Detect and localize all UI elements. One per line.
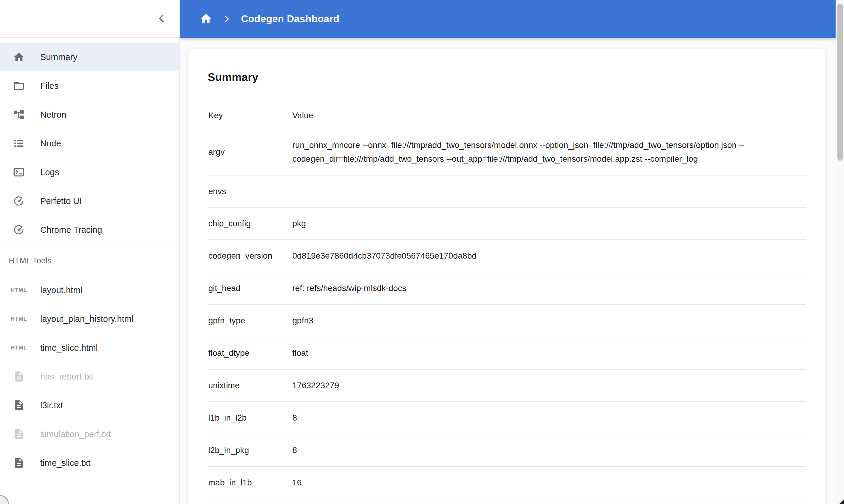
- row-key: mab_in_l1b: [208, 476, 292, 490]
- file-text-icon: [12, 399, 26, 411]
- table-row: argv run_onnx_mncore --onnx=file:///tmp/…: [208, 129, 806, 176]
- breadcrumb-title: Codegen Dashboard: [241, 13, 339, 24]
- row-key: codegen_version: [208, 249, 292, 263]
- table-row: codegen_version 0d819e3e7860d4cb37073dfe…: [208, 240, 806, 272]
- sidebar-item-label: Netron: [40, 110, 66, 120]
- sidebar-item-perfetto-ui[interactable]: Perfetto UI: [0, 186, 179, 215]
- sidebar-tool-item-label: time_slice.txt: [40, 458, 91, 468]
- row-value: 1763223279: [292, 370, 806, 401]
- file-text-icon: [12, 371, 26, 382]
- row-value: 8: [292, 434, 806, 466]
- row-key: l1b_in_l2b: [208, 411, 292, 425]
- table-row: gpfn_type gpfn3: [208, 305, 806, 337]
- sidebar-item-label: Summary: [40, 52, 77, 62]
- sidebar-tool-item-label: l3ir.txt: [40, 400, 63, 410]
- breadcrumb-home-button[interactable]: [199, 12, 212, 26]
- sidebar-item-logs[interactable]: Logs: [0, 158, 179, 186]
- home-icon: [12, 51, 26, 63]
- sidebar-tool-item-time-slice-txt[interactable]: time_slice.txt: [0, 449, 179, 477]
- page-title: Summary: [208, 49, 806, 84]
- sidebar-tools-nav: HTML layout.html HTML layout_plan_histor…: [0, 264, 179, 477]
- scrollbar-corner: [839, 499, 844, 504]
- sidebar-item-summary[interactable]: Summary: [0, 42, 179, 71]
- table-row: git_head ref: refs/heads/wip-mlsdk-docs: [208, 272, 806, 305]
- sidebar-tool-item-simulation-perf-txt: simulation_perf.txt: [0, 420, 179, 449]
- file-text-icon: [12, 457, 26, 469]
- sidebar-tool-item-label: layout_plan_history.html: [40, 314, 134, 324]
- collapse-sidebar-button[interactable]: [153, 10, 170, 27]
- vertical-scrollbar: [836, 0, 844, 504]
- row-value: gpfn3: [292, 305, 806, 337]
- row-value: 16: [292, 467, 806, 499]
- sidebar-item-node[interactable]: Node: [0, 129, 179, 158]
- sidebar-tool-item-label: simulation_perf.txt: [40, 429, 111, 439]
- table-row: mab_in_l1b 16: [208, 467, 806, 499]
- sidebar-header: [0, 0, 179, 38]
- sidebar-nav: Summary Files Netron Node Logs Perfetto …: [0, 38, 179, 244]
- home-icon: [199, 12, 212, 26]
- breadcrumb-chevron-icon: [223, 15, 231, 23]
- row-key: chip_config: [208, 217, 292, 230]
- file-text-icon: [12, 428, 26, 440]
- sidebar-item-label: Chrome Tracing: [40, 225, 102, 235]
- row-key: l2b_in_pkg: [208, 444, 292, 457]
- column-header-value: Value: [292, 111, 806, 120]
- row-key: float_dtype: [208, 346, 292, 360]
- sidebar-item-chrome-tracing[interactable]: Chrome Tracing: [0, 215, 179, 244]
- chevron-left-icon: [156, 13, 168, 25]
- row-value: 0d819e3e7860d4cb37073dfe0567465e170da8bd: [292, 240, 806, 272]
- folder-icon: [12, 80, 26, 92]
- html-badge-icon: HTML: [12, 287, 26, 293]
- row-key: unixtime: [208, 379, 292, 392]
- list-icon: [12, 138, 26, 149]
- table-row: unixtime 1763223279: [208, 370, 806, 402]
- sidebar-tool-item-layout-html[interactable]: HTML layout.html: [0, 276, 179, 305]
- column-header-key: Key: [208, 111, 292, 120]
- sidebar-section-label: HTML Tools: [0, 246, 179, 264]
- sidebar-tool-item-label: time_slice.html: [40, 343, 98, 353]
- row-key: gpfn_type: [208, 314, 292, 328]
- summary-card: Summary Key Value argv run_onnx_mncore -…: [189, 49, 825, 504]
- table-header-row: Key Value: [208, 94, 806, 129]
- tree-icon: [12, 109, 26, 121]
- corner-artifact: [0, 495, 9, 504]
- table-body: argv run_onnx_mncore --onnx=file:///tmp/…: [208, 129, 806, 499]
- table-row: l2b_in_pkg 8: [208, 434, 806, 467]
- app-header: Codegen Dashboard: [180, 0, 836, 38]
- terminal-icon: [12, 166, 26, 178]
- sidebar-tool-item-time-slice-html[interactable]: HTML time_slice.html: [0, 333, 179, 362]
- row-value: run_onnx_mncore --onnx=file:///tmp/add_t…: [292, 129, 806, 175]
- sidebar-item-label: Node: [40, 139, 61, 148]
- row-value: ref: refs/heads/wip-mlsdk-docs: [292, 272, 806, 304]
- scrollbar-thumb[interactable]: [838, 4, 843, 161]
- sidebar-item-label: Perfetto UI: [40, 196, 82, 206]
- row-value: 8: [292, 402, 806, 434]
- sidebar-tool-item-label: has_report.txt: [40, 372, 93, 382]
- sidebar-item-netron[interactable]: Netron: [0, 100, 179, 129]
- html-badge-icon: HTML: [12, 316, 26, 322]
- gauge-icon: [12, 195, 26, 207]
- summary-table: Key Value argv run_onnx_mncore --onnx=fi…: [208, 94, 806, 499]
- gauge-icon: [12, 224, 26, 236]
- table-row: float_dtype float: [208, 337, 806, 370]
- sidebar-tool-item-label: layout.html: [40, 285, 82, 295]
- sidebar-tool-item-l3ir-txt[interactable]: l3ir.txt: [0, 391, 179, 420]
- sidebar-item-label: Logs: [40, 167, 59, 177]
- row-key: envs: [208, 184, 292, 198]
- table-row: chip_config pkg: [208, 208, 806, 240]
- row-value: pkg: [292, 208, 806, 239]
- sidebar-item-label: Files: [40, 81, 58, 91]
- sidebar-item-files[interactable]: Files: [0, 71, 179, 100]
- sidebar-tool-item-has-report-txt: has_report.txt: [0, 362, 179, 391]
- html-badge-icon: HTML: [12, 345, 26, 351]
- row-value: [292, 182, 806, 200]
- table-row: l1b_in_l2b 8: [208, 402, 806, 434]
- main-content: Summary Key Value argv run_onnx_mncore -…: [180, 38, 836, 504]
- row-key: argv: [208, 145, 292, 159]
- sidebar: Summary Files Netron Node Logs Perfetto …: [0, 0, 180, 504]
- sidebar-tool-item-layout-plan-history-html[interactable]: HTML layout_plan_history.html: [0, 305, 179, 333]
- row-value: float: [292, 337, 806, 369]
- row-key: git_head: [208, 282, 292, 295]
- table-row: envs: [208, 176, 806, 208]
